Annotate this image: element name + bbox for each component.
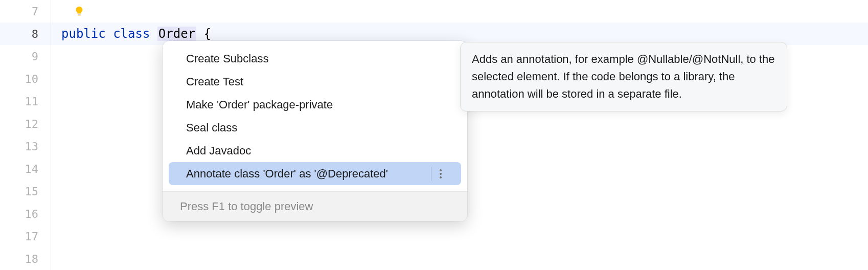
intention-item-package-private[interactable]: Make 'Order' package-private <box>169 93 461 116</box>
intention-item-label: Make 'Order' package-private <box>186 98 444 111</box>
code-line <box>51 0 868 22</box>
line-number: 16 <box>0 202 51 225</box>
line-number: 13 <box>0 135 51 158</box>
line-number: 10 <box>0 68 51 90</box>
intention-item-create-test[interactable]: Create Test <box>169 70 461 93</box>
intention-item-label: Create Test <box>186 75 444 88</box>
intention-item-create-subclass[interactable]: Create Subclass <box>169 47 461 70</box>
line-number: 18 <box>0 248 51 270</box>
open-brace: { <box>204 27 211 41</box>
intention-item-label: Annotate class 'Order' as '@Deprecated' <box>186 167 431 181</box>
line-number: 12 <box>0 112 51 135</box>
intention-item-label: Add Javadoc <box>186 144 444 158</box>
line-number: 8 <box>0 22 51 45</box>
line-number: 17 <box>0 225 51 248</box>
svg-rect-0 <box>78 14 81 15</box>
intention-item-label: Create Subclass <box>186 52 444 65</box>
intention-popup: Create Subclass Create Test Make 'Order'… <box>163 41 467 221</box>
line-gutter: 7 8 9 10 11 12 13 14 15 16 17 18 <box>0 0 51 270</box>
intention-item-add-javadoc[interactable]: Add Javadoc <box>169 139 461 162</box>
intention-item-label: Seal class <box>186 121 444 134</box>
line-number: 14 <box>0 158 51 180</box>
divider <box>431 167 431 181</box>
more-actions[interactable] <box>431 162 444 185</box>
line-number: 11 <box>0 90 51 112</box>
line-number: 7 <box>0 0 51 22</box>
intention-tooltip: Adds an annotation, for example @Nullabl… <box>460 42 787 111</box>
intention-bulb-icon[interactable] <box>74 6 85 17</box>
intention-popup-footer: Press F1 to toggle preview <box>163 191 467 221</box>
line-number: 9 <box>0 45 51 68</box>
class-name: Order <box>157 27 196 41</box>
intention-item-annotate-deprecated[interactable]: Annotate class 'Order' as '@Deprecated' <box>169 162 461 185</box>
keyword-class: class <box>113 27 150 41</box>
keyword-public: public <box>61 27 106 41</box>
intention-list: Create Subclass Create Test Make 'Order'… <box>163 41 467 191</box>
intention-item-seal-class[interactable]: Seal class <box>169 116 461 139</box>
line-number: 15 <box>0 180 51 202</box>
more-vertical-icon <box>440 169 444 178</box>
